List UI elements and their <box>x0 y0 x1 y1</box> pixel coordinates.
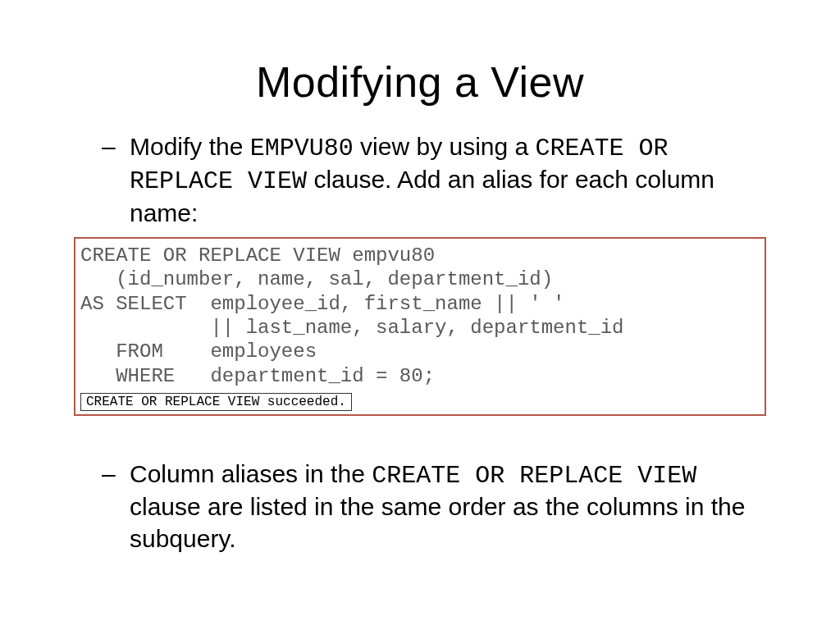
bullet-1-code-1: EMPVU80 <box>250 135 354 162</box>
bullet-1-text-1: Modify the <box>130 133 250 160</box>
bullet-1: Modify the EMPVU80 view by using a CREAT… <box>74 131 766 229</box>
slide: Modifying a View Modify the EMPVU80 view… <box>0 0 840 630</box>
bullet-2-code-1: CREATE OR REPLACE VIEW <box>372 462 696 490</box>
slide-body-2: Column aliases in the CREATE OR REPLACE … <box>0 434 840 555</box>
code-block: CREATE OR REPLACE VIEW empvu80 (id_numbe… <box>74 237 766 416</box>
bullet-2: Column aliases in the CREATE OR REPLACE … <box>74 459 766 555</box>
bullet-2-text-2: clause are listed in the same order as t… <box>130 493 745 551</box>
code-status: CREATE OR REPLACE VIEW succeeded. <box>80 393 352 411</box>
slide-body: Modify the EMPVU80 view by using a CREAT… <box>0 107 840 229</box>
bullet-2-text-1: Column aliases in the <box>130 460 372 487</box>
slide-title: Modifying a View <box>0 0 840 107</box>
code-content: CREATE OR REPLACE VIEW empvu80 (id_numbe… <box>80 244 760 388</box>
bullet-1-text-2: view by using a <box>360 133 535 160</box>
